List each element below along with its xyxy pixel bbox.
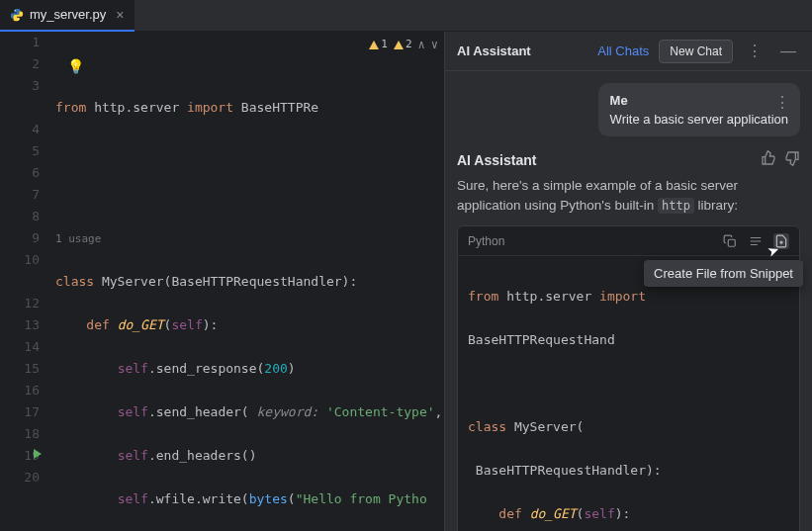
inspection-warning-1[interactable]: 1 [369, 34, 388, 55]
usage-hint[interactable]: 1 usage [55, 232, 101, 245]
new-chat-button[interactable]: New Chat [659, 40, 733, 63]
more-menu-icon[interactable]: ⋮ [743, 40, 767, 62]
minimize-icon[interactable]: — [776, 41, 800, 62]
ai-assistant-panel: AI Assistant All Chats New Chat ⋮ — ⋮ Me… [444, 32, 812, 531]
ai-panel-header: AI Assistant All Chats New Chat ⋮ — [445, 32, 812, 71]
run-gutter-icon[interactable] [34, 449, 42, 459]
snippet-code-body[interactable]: from http.server import BaseHTTPRequestH… [458, 256, 799, 531]
insert-snippet-icon[interactable] [748, 233, 764, 249]
user-sender-label: Me [610, 93, 788, 108]
all-chats-link[interactable]: All Chats [597, 44, 649, 58]
python-file-icon [10, 8, 24, 22]
create-file-tooltip: Create File from Snippet [644, 260, 803, 287]
svg-rect-2 [728, 239, 735, 246]
intention-bulb-icon[interactable]: 💡 [67, 55, 84, 77]
code-snippet: Python Create File from Snippet ➤ from h… [457, 225, 800, 531]
user-message: ⋮ Me Write a basic server application [598, 83, 800, 136]
thumbs-up-icon[interactable] [761, 150, 776, 170]
assistant-message: AI Assistant Sure, here's a simple examp… [457, 150, 800, 531]
line-gutter: 1 2 3 4 5 6 7 8 9 10 12 13 14 15 16 17 1… [0, 32, 55, 531]
editor-pane: 1 2 3 4 5 6 7 8 9 10 12 13 14 15 16 17 1… [0, 32, 444, 531]
svg-point-0 [15, 10, 16, 11]
tab-filename: my_server.py [30, 7, 106, 22]
next-highlight-icon[interactable]: ∨ [431, 34, 438, 55]
inspection-warning-2[interactable]: 2 [394, 34, 412, 55]
tab-bar: my_server.py × [0, 0, 812, 32]
message-menu-icon[interactable]: ⋮ [774, 93, 790, 112]
prev-highlight-icon[interactable]: ∧ [418, 34, 425, 55]
ai-chat-body: ⋮ Me Write a basic server application AI… [445, 71, 812, 531]
user-message-text: Write a basic server application [610, 112, 788, 127]
svg-point-1 [18, 18, 19, 19]
editor-tab[interactable]: my_server.py × [0, 0, 135, 32]
copy-snippet-icon[interactable] [722, 233, 738, 249]
thumbs-down-icon[interactable] [784, 150, 800, 170]
assistant-message-text: Sure, here's a simple example of a basic… [457, 176, 800, 216]
code-area[interactable]: 💡 1 2 ∧ ∨ from http.server import BaseHT… [55, 32, 444, 531]
assistant-sender-label: AI Assistant [457, 152, 753, 168]
snippet-language-label: Python [468, 234, 722, 248]
ai-panel-title: AI Assistant [457, 44, 587, 58]
close-tab-icon[interactable]: × [116, 7, 124, 23]
main-area: 1 2 3 4 5 6 7 8 9 10 12 13 14 15 16 17 1… [0, 32, 812, 531]
